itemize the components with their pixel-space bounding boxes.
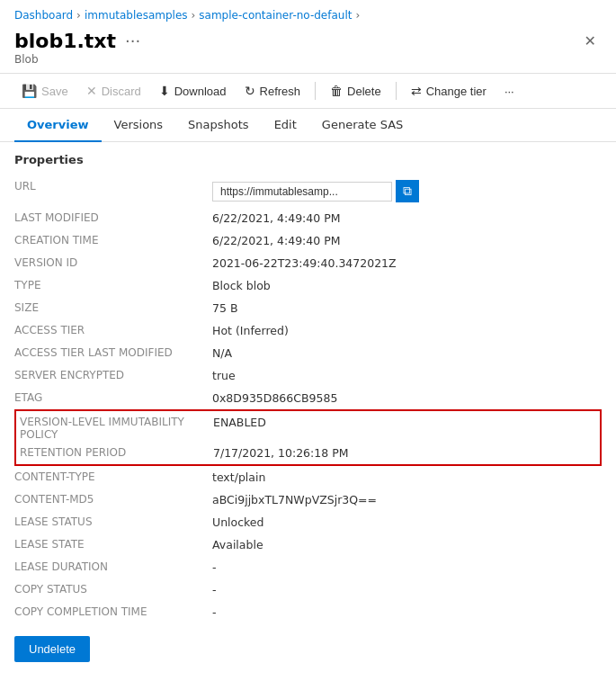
prop-key: ACCESS TIER LAST MODIFIED	[14, 342, 212, 364]
immutability-policy-row: VERSION-LEVEL IMMUTABILITY POLICY Enable…	[15, 410, 601, 444]
save-label: Save	[41, 85, 68, 98]
properties-table: URL ⧉ LAST MODIFIED 6/22/2021, 4:49:40 P…	[14, 175, 602, 623]
prop-key: LEASE STATE	[14, 533, 212, 556]
prop-value: 75 B	[212, 297, 602, 319]
download-button[interactable]: ⬇ Download	[152, 79, 234, 103]
change-tier-label: Change tier	[426, 85, 487, 98]
copy-icon: ⧉	[403, 184, 412, 199]
table-row: CREATION TIME 6/22/2021, 4:49:40 PM	[14, 229, 602, 252]
prop-value: 7/17/2021, 10:26:18 PM	[213, 444, 601, 465]
prop-key: LEASE DURATION	[14, 556, 212, 578]
prop-value: -	[212, 601, 602, 623]
breadcrumb-immutablesamples[interactable]: immutablesamples	[85, 9, 188, 22]
prop-value: -	[212, 556, 602, 578]
prop-value: Unlocked	[212, 511, 602, 533]
page-subtitle: Blob	[0, 53, 616, 73]
title-more-button[interactable]: ···	[125, 31, 140, 50]
table-row: LEASE STATE Available	[14, 533, 602, 556]
more-label: ···	[504, 85, 514, 98]
prop-key: CREATION TIME	[14, 229, 212, 252]
prop-value: Available	[212, 533, 602, 556]
change-tier-icon: ⇄	[411, 84, 422, 98]
tab-overview[interactable]: Overview	[14, 109, 102, 142]
prop-key: TYPE	[14, 274, 212, 297]
save-icon: 💾	[22, 84, 37, 98]
tab-snapshots[interactable]: Snapshots	[175, 109, 262, 142]
prop-key: RETENTION PERIOD	[15, 444, 213, 465]
url-copy-button[interactable]: ⧉	[396, 180, 419, 202]
refresh-label: Refresh	[260, 85, 301, 98]
tab-versions[interactable]: Versions	[102, 109, 176, 142]
table-row: SIZE 75 B	[14, 297, 602, 319]
prop-value: -	[212, 578, 602, 601]
table-row: ACCESS TIER LAST MODIFIED N/A	[14, 342, 602, 364]
prop-key: LAST MODIFIED	[14, 207, 212, 229]
close-button[interactable]: ✕	[579, 29, 602, 53]
content-area: Properties URL ⧉ LAST MODIFIED 6/22/202	[0, 142, 616, 673]
breadcrumb-dashboard[interactable]: Dashboard	[14, 9, 73, 22]
refresh-icon: ↻	[245, 84, 255, 98]
title-bar: blob1.txt ··· ✕	[0, 27, 616, 53]
delete-icon: 🗑	[330, 84, 343, 98]
prop-key: VERSION ID	[14, 252, 212, 274]
table-row: SERVER ENCRYPTED true	[14, 364, 602, 387]
toolbar-separator-2	[396, 82, 397, 100]
prop-value: 6/22/2021, 4:49:40 PM	[212, 207, 602, 229]
table-row: VERSION ID 2021-06-22T23:49:40.3472021Z	[14, 252, 602, 274]
prop-value: N/A	[212, 342, 602, 364]
tab-edit[interactable]: Edit	[262, 109, 309, 142]
prop-key: CONTENT-MD5	[14, 488, 212, 511]
download-icon: ⬇	[159, 84, 170, 98]
refresh-button[interactable]: ↻ Refresh	[237, 79, 308, 103]
toolbar-separator	[315, 82, 316, 100]
prop-key: URL	[14, 175, 212, 207]
table-row: URL ⧉	[14, 175, 602, 207]
delete-label: Delete	[347, 85, 381, 98]
table-row: ACCESS TIER Hot (Inferred)	[14, 319, 602, 342]
table-row: COPY STATUS -	[14, 578, 602, 601]
prop-key: COPY STATUS	[14, 578, 212, 601]
table-row: CONTENT-MD5 aBCi9jjbxTL7NWpVZSjr3Q==	[14, 488, 602, 511]
toolbar: 💾 Save ✕ Discard ⬇ Download ↻ Refresh 🗑 …	[0, 73, 616, 109]
prop-key: COPY COMPLETION TIME	[14, 601, 212, 623]
tabs: Overview Versions Snapshots Edit Generat…	[0, 109, 616, 142]
table-row: COPY COMPLETION TIME -	[14, 601, 602, 623]
prop-key: LEASE STATUS	[14, 511, 212, 533]
retention-period-row: RETENTION PERIOD 7/17/2021, 10:26:18 PM	[15, 444, 601, 465]
prop-key: ETAG	[14, 387, 212, 409]
prop-value: Enabled	[213, 410, 601, 444]
prop-value: text/plain	[212, 466, 602, 488]
properties-section-title: Properties	[14, 153, 602, 166]
prop-key: SERVER ENCRYPTED	[14, 364, 212, 387]
tab-generate-sas[interactable]: Generate SAS	[309, 109, 416, 142]
prop-key: SIZE	[14, 297, 212, 319]
prop-value: Hot (Inferred)	[212, 319, 602, 342]
url-input[interactable]	[212, 182, 392, 202]
download-label: Download	[174, 85, 227, 98]
table-row: LAST MODIFIED 6/22/2021, 4:49:40 PM	[14, 207, 602, 229]
prop-value-url: ⧉	[212, 175, 602, 207]
table-row-highlighted: VERSION-LEVEL IMMUTABILITY POLICY Enable…	[14, 409, 602, 466]
prop-value: 0x8D935D866CB9585	[212, 387, 602, 409]
prop-value: aBCi9jjbxTL7NWpVZSjr3Q==	[212, 488, 602, 511]
prop-value: true	[212, 364, 602, 387]
undelete-button[interactable]: Undelete	[14, 636, 90, 662]
prop-value: 2021-06-22T23:49:40.3472021Z	[212, 252, 602, 274]
save-button[interactable]: 💾 Save	[14, 79, 76, 103]
more-button[interactable]: ···	[497, 80, 522, 103]
table-row: ETAG 0x8D935D866CB9585	[14, 387, 602, 409]
delete-button[interactable]: 🗑 Delete	[323, 79, 388, 103]
prop-key: VERSION-LEVEL IMMUTABILITY POLICY	[15, 410, 213, 444]
page-title: blob1.txt	[14, 30, 116, 52]
discard-button[interactable]: ✕ Discard	[79, 79, 148, 103]
prop-value: 6/22/2021, 4:49:40 PM	[212, 229, 602, 252]
breadcrumb: Dashboard › immutablesamples › sample-co…	[0, 0, 616, 27]
url-field: ⧉	[212, 180, 602, 202]
change-tier-button[interactable]: ⇄ Change tier	[404, 79, 494, 103]
prop-key: ACCESS TIER	[14, 319, 212, 342]
table-row: CONTENT-TYPE text/plain	[14, 466, 602, 488]
table-row: TYPE Block blob	[14, 274, 602, 297]
prop-key: CONTENT-TYPE	[14, 466, 212, 488]
breadcrumb-container[interactable]: sample-container-no-default	[199, 9, 352, 22]
discard-icon: ✕	[86, 84, 97, 98]
